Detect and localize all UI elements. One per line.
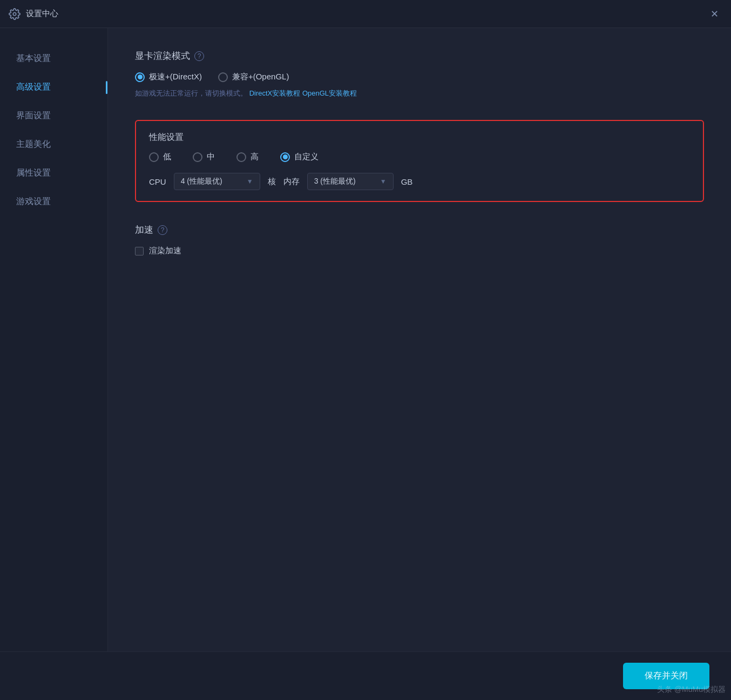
renderer-title-row: 显卡渲染模式 ?: [135, 50, 704, 62]
cpu-dropdown[interactable]: 4 (性能最优) ▼: [174, 173, 260, 190]
sidebar: 基本设置 高级设置 界面设置 主题美化 属性设置 游戏设置: [0, 28, 108, 651]
window-title: 设置中心: [26, 9, 58, 19]
cpu-label: CPU: [149, 177, 166, 186]
perf-title: 性能设置: [149, 132, 690, 143]
preset-mid[interactable]: 中: [193, 152, 215, 162]
preset-high-label: 高: [251, 152, 259, 162]
core-label: 核: [268, 177, 276, 187]
mem-dropdown-arrow: ▼: [380, 178, 387, 185]
cpu-value: 4 (性能最优): [181, 177, 242, 186]
preset-mid-circle: [193, 152, 202, 162]
renderer-section: 显卡渲染模式 ? 极速+(DirectX) 兼容+(OpenGL) 如游戏无法正…: [135, 50, 704, 98]
save-button[interactable]: 保存并关闭: [623, 663, 709, 689]
content-area: 显卡渲染模式 ? 极速+(DirectX) 兼容+(OpenGL) 如游戏无法正…: [108, 28, 731, 651]
performance-box: 性能设置 低 中 高 自定: [135, 120, 704, 202]
radio-directx-label: 极速+(DirectX): [149, 72, 202, 82]
directx-link[interactable]: DirectX安装教程: [249, 89, 301, 97]
svg-point-0: [13, 12, 16, 16]
renderer-radio-group: 极速+(DirectX) 兼容+(OpenGL): [135, 72, 704, 82]
mem-label: 内存: [283, 177, 300, 187]
renderer-info: 如游戏无法正常运行，请切换模式。 DirectX安装教程 OpenGL安装教程: [135, 89, 704, 98]
perf-controls: CPU 4 (性能最优) ▼ 核 内存 3 (性能最优) ▼ GB: [149, 173, 690, 190]
checkbox-label: 渲染加速: [149, 246, 181, 256]
sidebar-item-game[interactable]: 游戏设置: [0, 187, 107, 216]
performance-section: 性能设置 低 中 高 自定: [135, 120, 704, 202]
preset-low-circle: [149, 152, 159, 162]
sidebar-item-ui[interactable]: 界面设置: [0, 102, 107, 130]
radio-opengl-label: 兼容+(OpenGL): [232, 72, 289, 82]
perf-presets: 低 中 高 自定义: [149, 152, 690, 162]
radio-opengl-circle: [218, 72, 228, 82]
sidebar-item-theme[interactable]: 主题美化: [0, 130, 107, 159]
settings-icon: [9, 8, 21, 20]
radio-opengl[interactable]: 兼容+(OpenGL): [218, 72, 289, 82]
accel-help-icon[interactable]: ?: [158, 225, 167, 235]
cpu-dropdown-arrow: ▼: [247, 178, 253, 185]
preset-low-label: 低: [163, 152, 171, 162]
radio-directx-circle: [135, 72, 145, 82]
acceleration-section: 加速 ? 渲染加速: [135, 224, 704, 256]
sidebar-item-basic[interactable]: 基本设置: [0, 44, 107, 73]
mem-dropdown[interactable]: 3 (性能最优) ▼: [307, 173, 394, 190]
preset-custom[interactable]: 自定义: [280, 152, 319, 162]
accel-title-row: 加速 ?: [135, 224, 704, 236]
preset-custom-label: 自定义: [294, 152, 319, 162]
render-accel-checkbox[interactable]: 渲染加速: [135, 246, 704, 256]
title-bar: 设置中心 ✕: [0, 0, 731, 28]
preset-high[interactable]: 高: [236, 152, 259, 162]
preset-custom-circle: [280, 152, 290, 162]
renderer-title: 显卡渲染模式: [135, 50, 190, 62]
preset-mid-label: 中: [207, 152, 215, 162]
mem-value: 3 (性能最优): [314, 177, 376, 186]
preset-high-circle: [236, 152, 246, 162]
opengl-link[interactable]: OpenGL安装教程: [302, 89, 357, 97]
sidebar-item-advanced[interactable]: 高级设置: [0, 73, 107, 102]
gb-label: GB: [401, 177, 413, 186]
radio-directx[interactable]: 极速+(DirectX): [135, 72, 202, 82]
close-button[interactable]: ✕: [706, 6, 722, 22]
renderer-help-icon[interactable]: ?: [194, 51, 204, 61]
preset-low[interactable]: 低: [149, 152, 171, 162]
accel-title: 加速: [135, 224, 153, 236]
main-layout: 基本设置 高级设置 界面设置 主题美化 属性设置 游戏设置 显卡渲染模式 ?: [0, 28, 731, 651]
checkbox-box: [135, 247, 144, 255]
sidebar-item-props[interactable]: 属性设置: [0, 159, 107, 187]
footer: 保存并关闭: [0, 651, 731, 700]
